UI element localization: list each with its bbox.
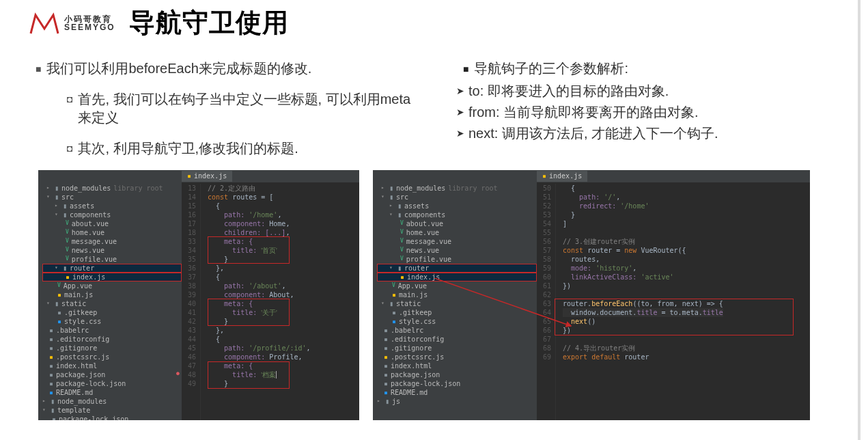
ide-left: ▮ Project ▾ ▪index.js made by coderwhy 微… [38,170,359,420]
tree-stylecss[interactable]: ▪style.css [42,317,182,326]
tree-node-modules[interactable]: ▸▮node_modules library root [42,184,182,193]
tree-babelrc-r[interactable]: ▪.babelrc [377,326,537,335]
ide-right: ▮ Project ▾ ▪index.js made by coderwhy 微… [373,170,810,420]
tree-static[interactable]: ▾▮static [42,299,182,308]
bullet-from: from: 当前导航即将要离开的路由对象. [456,103,837,122]
tree-packagejson[interactable]: ▪package.json [42,370,182,379]
tree-home-r[interactable]: Vhome.vue [377,228,537,237]
tree-components[interactable]: ▾▮components [42,210,182,219]
logo-m-icon [27,10,61,37]
logo-en: SEEMYGO [64,23,115,31]
tree-mainjs[interactable]: ▪main.js [42,290,182,299]
tree-postcssrc[interactable]: ▪.postcssrc.js [42,353,182,361]
ide-right-editor[interactable]: 5051525354555657585960616263646566676869… [537,170,810,420]
tree-packagelock-r[interactable]: ▪package-lock.json [377,379,537,388]
tree-profile-r[interactable]: Vprofile.vue [377,255,537,264]
bullet-sub-1-text: 首先, 我们可以在钩子当中定义一些标题, 可以利用meta来定义 [78,90,422,127]
bullet-main: 我们可以利用beforeEach来完成标题的修改. [36,59,422,78]
tree-babelrc[interactable]: ▪.babelrc [42,326,182,335]
bullet-main-text: 我们可以利用beforeEach来完成标题的修改. [46,59,311,78]
gutter-r: 5051525354555657585960616263646566676869 [537,184,556,420]
tree-packagelock2[interactable]: ▪package-lock.json [42,415,182,420]
tree-readme-r[interactable]: ▪README.md [377,388,537,397]
bullet-to: to: 即将要进入的目标的路由对象. [456,82,837,100]
ide-screenshots: ▮ Project ▾ ▪index.js made by coderwhy 微… [0,170,858,420]
bullet-next: next: 调用该方法后, 才能进入下一个钩子. [456,124,837,143]
gutter: 1314151617183334353637383940414243444546… [182,184,201,420]
page-title: 导航守卫使用 [129,5,289,40]
left-column: 我们可以利用beforeEach来完成标题的修改. 首先, 我们可以在钩子当中定… [27,59,422,170]
ide-right-sidebar[interactable]: ▸▮node_modules library root ▾▮src ▸▮asse… [373,170,537,420]
tree-appvue[interactable]: VApp.vue [42,281,182,290]
tree-js-r[interactable]: ▸▮js [377,397,537,406]
logo: 小码哥教育 SEEMYGO [27,10,115,37]
tree-assets-r[interactable]: ▸▮assets [377,202,537,210]
tree-components-r[interactable]: ▾▮components [377,210,537,219]
tree-router-r[interactable]: ▾▮router [377,264,537,273]
tree-assets[interactable]: ▸▮assets [42,202,182,210]
header: 小码哥教育 SEEMYGO 导航守卫使用 [0,0,858,46]
tree-src[interactable]: ▾▮src [42,193,182,202]
file-tree: ▸▮node_modules library root ▾▮src ▸▮asse… [38,184,182,420]
content: 我们可以利用beforeEach来完成标题的修改. 首先, 我们可以在钩子当中定… [0,46,858,170]
ide-left-editor[interactable]: 1314151617183334353637383940414243444546… [182,170,359,420]
tree-gitkeep[interactable]: ▪.gitkeep [42,308,182,317]
tree-message[interactable]: Vmessage.vue [42,237,182,246]
tree-profile[interactable]: Vprofile.vue [42,255,182,264]
file-tree-r: ▸▮node_modules library root ▾▮src ▸▮asse… [373,184,537,406]
tree-editorconfig[interactable]: ▪.editorconfig [42,335,182,344]
tree-template[interactable]: ▾▮template [42,406,182,415]
tree-gitignore-r[interactable]: ▪.gitignore [377,344,537,353]
tree-appvue-r[interactable]: VApp.vue [377,281,537,290]
bullet-next-text: next: 调用该方法后, 才能进入下一个钩子. [468,124,718,143]
tree-src-r[interactable]: ▾▮src [377,193,537,202]
bullet-from-text: from: 当前导航即将要离开的路由对象. [468,103,699,122]
tree-packagejson-r[interactable]: ▪package.json [377,370,537,379]
tree-node-modules2[interactable]: ▸▮node_modules [42,397,182,406]
tree-about[interactable]: Vabout.vue [42,219,182,228]
tree-gitignore[interactable]: ▪.gitignore [42,344,182,353]
bullet-sub-2-text: 其次, 利用导航守卫,修改我们的标题. [78,139,298,158]
bullet-params-text: 导航钩子的三个参数解析: [474,59,628,78]
tree-message-r[interactable]: Vmessage.vue [377,237,537,246]
bullet-sub-2: 其次, 利用导航守卫,修改我们的标题. [67,139,422,158]
tree-news[interactable]: Vnews.vue [42,246,182,255]
bullet-sub-1: 首先, 我们可以在钩子当中定义一些标题, 可以利用meta来定义 [67,90,422,127]
editor-tab-indexjs-r[interactable]: ▪index.js [537,171,587,182]
tree-indexhtml-r[interactable]: ▪index.html [377,361,537,370]
logo-cn: 小码哥教育 [64,15,115,23]
code: // 2.定义路由 const routes = [ { path: '/hom… [201,184,311,420]
bullet-to-text: to: 即将要进入的目标的路由对象. [468,82,669,100]
tree-node-modules-r[interactable]: ▸▮node_modules library root [377,184,537,193]
editor-tab-indexjs[interactable]: ▪index.js [182,171,232,182]
tree-mainjs-r[interactable]: ▪main.js [377,290,537,299]
tree-stylecss-r[interactable]: ▪style.css [377,317,537,326]
tree-home[interactable]: Vhome.vue [42,228,182,237]
tree-readme[interactable]: ▪README.md [42,388,182,397]
breakpoint-icon[interactable]: ● [176,370,180,378]
tree-indexjs[interactable]: ▪index.js [42,273,182,281]
js-file-icon: ▪ [542,171,546,181]
bullet-params: 导航钩子的三个参数解析: [463,59,837,78]
code-r: { path: '/', redirect: '/home' } ] // 3.… [556,184,723,420]
js-file-icon: ▪ [187,171,191,181]
tree-indexhtml[interactable]: ▪index.html [42,361,182,370]
tree-router[interactable]: ▾▮router [42,264,182,273]
tree-news-r[interactable]: Vnews.vue [377,246,537,255]
right-column: 导航钩子的三个参数解析: to: 即将要进入的目标的路由对象. from: 当前… [443,59,837,170]
tree-editorconfig-r[interactable]: ▪.editorconfig [377,335,537,344]
tree-about-r[interactable]: Vabout.vue [377,219,537,228]
slide: 小码哥教育 SEEMYGO 导航守卫使用 我们可以利用beforeEach来完成… [0,0,860,440]
tree-static-r[interactable]: ▾▮static [377,299,537,308]
tree-postcssrc-r[interactable]: ▪.postcssrc.js [377,353,537,361]
tree-indexjs-r[interactable]: ▪index.js [377,273,537,281]
ide-left-sidebar[interactable]: ▸▮node_modules library root ▾▮src ▸▮asse… [38,170,182,420]
logo-text: 小码哥教育 SEEMYGO [64,15,115,31]
tree-gitkeep-r[interactable]: ▪.gitkeep [377,308,537,317]
tree-packagelock[interactable]: ▪package-lock.json [42,379,182,388]
